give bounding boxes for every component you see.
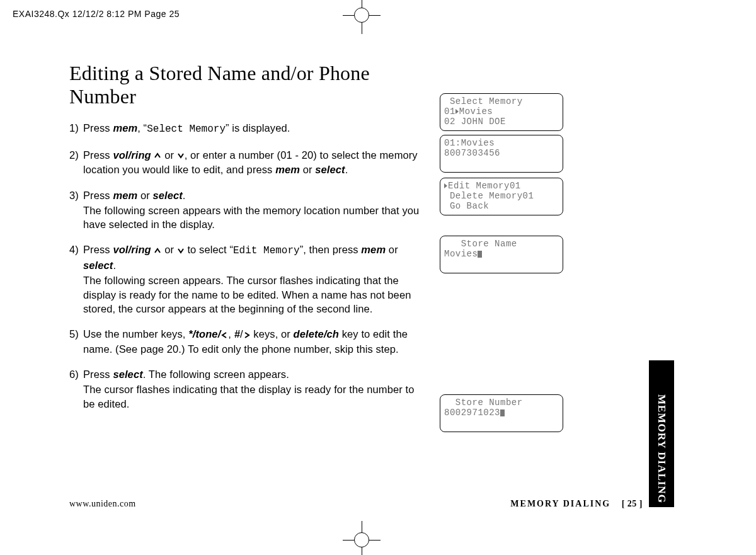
text: , “ [137, 122, 147, 134]
text: or [300, 164, 315, 175]
step-2: 2) Press vol/ring or , or enter a number… [69, 148, 422, 177]
text: or [164, 244, 177, 255]
step-3: 3) Press mem or select. The following sc… [69, 188, 422, 232]
pointer-icon [444, 183, 447, 188]
lcd-line: 02 JOHN DOE [444, 117, 559, 127]
lcd-line: Movies [444, 249, 559, 259]
lcd-entry-detail: 01:Movies 8007303456 [440, 135, 563, 173]
cursor-icon [500, 409, 505, 416]
lcd-line: 01Movies [444, 106, 559, 117]
step-num: 3) [69, 188, 83, 232]
paragraph: The cursor flashes indicating that the d… [83, 382, 422, 411]
side-tab: MEMORY DIALING [649, 360, 674, 507]
step-6: 6) Press select. The following screen ap… [69, 367, 422, 411]
text: Use the number keys, [83, 328, 188, 340]
footer-section-label: MEMORY DIALING [510, 499, 610, 508]
text: . [183, 190, 186, 201]
text: Press [83, 190, 113, 201]
lcd-text: 01 [444, 106, 455, 117]
cursor-icon [478, 251, 482, 258]
text: or [137, 190, 152, 201]
text: to select “ [185, 244, 233, 255]
text: Press [83, 149, 113, 161]
arrow-up-icon [154, 149, 161, 163]
text: . The following screen appears. [143, 369, 289, 380]
page-title: Editing a Stored Name and/or Phone Numbe… [69, 62, 422, 108]
key-select: select [83, 260, 113, 271]
text: . [113, 260, 116, 271]
content-area: Editing a Stored Name and/or Phone Numbe… [69, 62, 422, 422]
lcd-line: Go Back [444, 201, 559, 211]
paragraph: The following screen appears with the me… [83, 203, 422, 232]
key-delete-ch: delete/ch [294, 328, 339, 340]
key-hash: # [234, 328, 240, 340]
arrow-down-icon [177, 149, 185, 163]
lcd-line: 01:Movies [444, 138, 559, 148]
lcd-text: Movies [459, 106, 493, 117]
key-mem: mem [275, 164, 300, 175]
key-select: select [315, 164, 345, 175]
page-number: [ 25 ] [622, 499, 643, 508]
key-mem: mem [113, 190, 137, 201]
step-num: 6) [69, 367, 83, 411]
step-num: 4) [69, 243, 83, 316]
lcd-store-name: Store Name Movies [440, 236, 563, 273]
lcd-line: Store Number [444, 398, 559, 408]
registration-mark-top [343, 0, 381, 34]
pointer-icon [455, 109, 459, 114]
registration-mark-bottom [343, 521, 381, 555]
printer-header: EXAI3248.Qx 12/12/2 8:12 PM Page 25 [13, 9, 180, 19]
lcd-line: Store Name [444, 239, 559, 249]
side-tab-label: MEMORY DIALING [655, 394, 668, 503]
text: Press [83, 244, 113, 255]
text: , [228, 328, 234, 340]
text: keys, or [251, 328, 294, 340]
step-num: 1) [69, 121, 83, 137]
text: or [386, 244, 398, 255]
lcd-store-number: Store Number 8002971023 [440, 394, 563, 432]
step-4: 4) Press vol/ring or to select “Edit Mem… [69, 243, 422, 316]
lcd-line: 8007303456 [444, 148, 559, 158]
mono-text: Select Memory [147, 123, 226, 135]
text: . [345, 164, 348, 175]
lcd-line: Select Memory [444, 96, 559, 106]
key-select: select [152, 190, 182, 201]
arrow-left-icon [220, 328, 228, 342]
key-tone: /tone/ [193, 328, 221, 340]
step-num: 2) [69, 148, 83, 177]
paragraph: The following screen appears. The cursor… [83, 273, 422, 316]
step-1: 1) Press mem, “Select Memory” is display… [69, 121, 422, 137]
lcd-text: Edit Memory01 [448, 181, 521, 191]
lcd-line: 8002971023 [444, 408, 559, 418]
arrow-right-icon [243, 328, 251, 342]
text: ” is displayed. [226, 122, 290, 134]
lcd-line: Delete Memory01 [444, 191, 559, 201]
lcd-select-memory: Select Memory 01Movies 02 JOHN DOE [440, 93, 563, 131]
footer-url: www.uniden.com [69, 499, 136, 509]
lcd-text: 8002971023 [444, 408, 500, 418]
text: Press [83, 122, 113, 134]
footer-section: MEMORY DIALING [ 25 ] [510, 499, 643, 509]
lcd-text: Movies [444, 249, 478, 259]
key-volring: vol/ring [113, 149, 151, 161]
key-mem: mem [113, 122, 137, 134]
step-num: 5) [69, 327, 83, 356]
arrow-up-icon [154, 244, 161, 258]
key-select: select [113, 369, 142, 380]
key-mem: mem [361, 244, 386, 255]
arrow-down-icon [177, 244, 185, 258]
mono-text: Edit Memory [233, 245, 300, 256]
text: or [164, 149, 177, 161]
lcd-line: Edit Memory01 [444, 181, 559, 191]
text: Press [83, 369, 113, 380]
lcd-edit-menu: Edit Memory01 Delete Memory01 Go Back [440, 178, 563, 215]
text: ”, then press [300, 244, 362, 255]
key-volring: vol/ring [113, 244, 151, 255]
step-5: 5) Use the number keys, */tone/, #/ keys… [69, 327, 422, 356]
